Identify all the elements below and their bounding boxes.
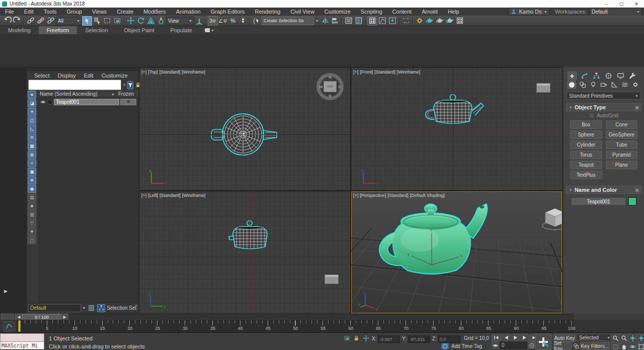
menu-item[interactable]: Graph Editors (206, 8, 250, 16)
use-pivot-point-center-button[interactable] (194, 16, 204, 26)
category-cameras[interactable] (599, 81, 608, 89)
named-set-dropdown-icon[interactable]: ▼ (314, 16, 320, 26)
close-button[interactable]: ✕ (629, 0, 644, 8)
object-type-button[interactable]: Cylinder (570, 141, 602, 149)
display-geometry-icon[interactable]: ● (28, 91, 36, 99)
category-shapes[interactable] (578, 81, 587, 89)
property-sheet-icon[interactable]: ▥ (28, 211, 36, 219)
menu-item[interactable]: Civil View (285, 8, 319, 16)
workspace-dropdown[interactable]: Default ▼ (590, 8, 642, 16)
viewport-menu-view[interactable]: [Top] (148, 69, 158, 75)
menu-item[interactable]: Arnold (417, 8, 443, 16)
viewcube-top-face[interactable]: TOP (324, 81, 337, 92)
tab-utilities[interactable] (628, 72, 637, 80)
object-type-button[interactable]: Plane (606, 161, 638, 169)
menu-item[interactable]: Scripting (356, 8, 387, 16)
viewcube-3d[interactable] (541, 206, 562, 232)
rectangular-selection-region-icon[interactable] (102, 16, 112, 26)
scene-explorer-menu-item[interactable]: Customize (98, 73, 131, 79)
viewcube-compass[interactable]: N S W E TOP (316, 73, 344, 100)
viewport-menu-plus[interactable]: [+] (141, 193, 146, 198)
redo-button[interactable] (12, 16, 22, 26)
tab-display[interactable] (616, 72, 625, 80)
set-keys-button[interactable] (535, 334, 551, 350)
viewport-menu-shading[interactable]: [Wireframe] (182, 193, 206, 198)
ribbon-tab[interactable]: Modeling (0, 26, 39, 34)
selection-filter-dropdown[interactable]: All ▼ (56, 17, 82, 25)
scene-explorer-menu-item[interactable]: Display (54, 73, 79, 79)
teapot-shaded[interactable]: z x y (370, 200, 494, 284)
chevron-down-icon[interactable]: ▼ (83, 306, 86, 310)
name-column-header[interactable]: Name (Sorted Ascending) ▲ (38, 91, 116, 97)
zoom-all-button[interactable] (619, 334, 628, 342)
display-hidden-icon[interactable]: ◉ (28, 185, 36, 193)
mirror-button[interactable] (320, 16, 330, 26)
edit-named-selection-sets-button[interactable]: { (252, 16, 262, 26)
viewport-menu-renderer[interactable]: [Standard] (387, 193, 409, 198)
menu-item[interactable]: Help (443, 8, 464, 16)
viewport-perspective[interactable]: [+] [Perspective] [Standard] [Default Sh… (351, 191, 562, 313)
display-containers-icon[interactable]: ▣ (28, 168, 36, 176)
overflow-chevrons-icon[interactable]: » (135, 303, 137, 308)
scene-explorer-menu-item[interactable]: Edit (80, 73, 97, 79)
object-type-button[interactable]: Pyramid (606, 151, 638, 159)
category-lights[interactable] (589, 81, 597, 89)
rollout-pin-icon[interactable]: ▣ (635, 188, 639, 192)
unlink-selection-icon[interactable] (36, 16, 46, 26)
rendered-frame-window-button[interactable] (435, 16, 445, 26)
viewport-menu-plus[interactable]: [+] (353, 69, 358, 75)
display-frozen-icon[interactable]: ❄ (28, 176, 36, 184)
menu-item[interactable]: Views (87, 8, 112, 16)
viewport-menu-shading[interactable]: [Wireframe] (182, 69, 205, 75)
schematic-view-button[interactable] (401, 16, 411, 26)
tab-create[interactable]: + (568, 72, 577, 80)
object-name-cell[interactable]: Teapot001 (54, 99, 119, 105)
ribbon-config-icon[interactable]: ▼ (204, 26, 214, 35)
render-setup-button[interactable] (425, 16, 435, 26)
object-type-button[interactable]: TextPlus (570, 171, 602, 179)
viewport-menu-renderer[interactable]: [Standard] (374, 69, 395, 75)
align-button[interactable] (330, 16, 340, 26)
object-type-button[interactable]: Torus (570, 151, 602, 159)
menu-item[interactable]: Tools (39, 8, 62, 16)
viewport-menu-shading[interactable]: [Wireframe] (397, 69, 421, 75)
current-frame-marker[interactable] (18, 320, 21, 332)
display-helpers-icon[interactable]: ◺ (28, 125, 36, 133)
menu-item[interactable]: Customize (319, 8, 356, 16)
set-key-button[interactable]: Set Key (553, 342, 572, 350)
bind-to-space-warp-icon[interactable] (46, 16, 56, 26)
select-and-scale-button[interactable] (146, 16, 156, 26)
object-type-rollout-header[interactable]: ▼ Object Type ▣ (566, 103, 641, 111)
ribbon-tab[interactable]: Selection (77, 26, 116, 34)
display-xrefs-icon[interactable]: ◍ (28, 151, 36, 159)
category-space-warps[interactable] (621, 81, 629, 89)
object-properties-icon[interactable]: ▤ (28, 193, 36, 201)
frozen-column-header[interactable]: Frozen (116, 91, 138, 97)
select-and-move-button[interactable] (126, 16, 136, 26)
ribbon-tab[interactable]: Object Paint (116, 26, 163, 34)
object-color-swatch[interactable] (628, 197, 636, 205)
display-cameras-icon[interactable]: ◫ (28, 116, 36, 124)
tab-hierarchy[interactable] (592, 72, 601, 80)
macro-recorder-line[interactable] (0, 333, 44, 342)
select-and-place-button[interactable] (156, 16, 166, 26)
percent-snap-toggle-button[interactable]: % (228, 16, 238, 26)
play-button[interactable] (511, 334, 520, 341)
menu-item[interactable]: Group (61, 8, 87, 16)
viewcube-north[interactable]: N (329, 75, 332, 80)
filters-paw-icon[interactable] (572, 342, 580, 349)
undo-button[interactable] (2, 16, 12, 26)
viewcube-south[interactable]: S (329, 94, 331, 98)
render-flyout-button[interactable] (455, 16, 465, 26)
toggle-ribbon-button[interactable] (367, 16, 377, 26)
render-production-button[interactable] (445, 16, 455, 26)
select-and-link-icon[interactable] (26, 16, 36, 26)
maximize-button[interactable]: ▢ (614, 0, 629, 8)
rollout-pin-icon[interactable]: ▣ (635, 105, 639, 110)
viewport-menu-plus[interactable]: [+] (141, 69, 146, 75)
ribbon-tab[interactable]: Freeform (39, 26, 77, 34)
zoom-extents-all-button[interactable] (636, 334, 644, 342)
go-to-start-button[interactable] (492, 334, 501, 341)
orbit-button[interactable] (628, 342, 637, 350)
object-type-button[interactable]: GeoSphere (606, 130, 638, 139)
